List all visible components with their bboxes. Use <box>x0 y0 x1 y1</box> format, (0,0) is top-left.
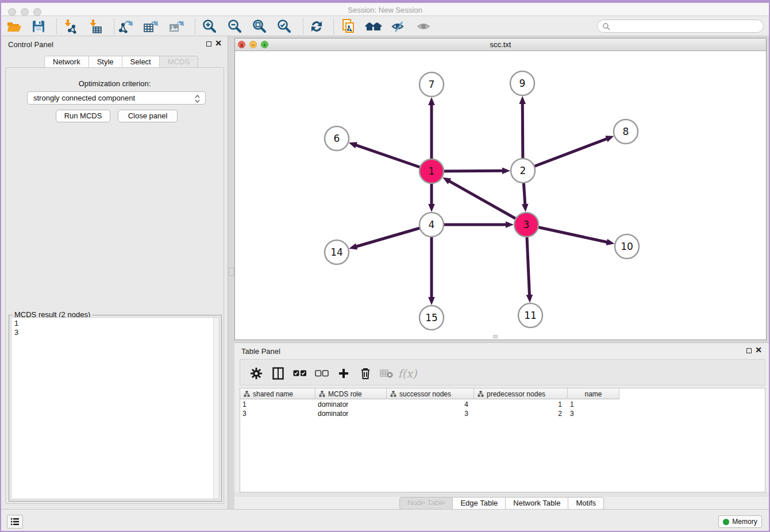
column-header-name[interactable]: name <box>568 388 619 399</box>
cell-successor-nodes: 4 <box>387 400 474 409</box>
delete-column-button[interactable] <box>357 366 374 381</box>
toolbar-separator <box>303 18 303 34</box>
close-panel-icon[interactable]: ✕ <box>755 345 762 354</box>
arrowhead-icon <box>349 243 357 249</box>
table-panel-footer-strip <box>234 492 769 497</box>
column-header-predecessor-nodes[interactable]: predecessor nodes <box>474 388 568 399</box>
cell-MCDS-role: dominator <box>315 400 387 409</box>
column-header-successor-nodes[interactable]: successor nodes <box>387 388 474 399</box>
zoom-out-button[interactable] <box>224 18 245 35</box>
tab-node-table[interactable]: Node Table <box>399 497 453 510</box>
delete-table-icon <box>380 368 394 379</box>
refresh-icon <box>309 19 324 34</box>
toolbar-separator <box>114 18 114 34</box>
toolbar-separator <box>333 18 334 34</box>
tab-network[interactable]: Network <box>44 56 89 68</box>
search-box[interactable] <box>597 20 764 33</box>
network-canvas[interactable]: 1234678910111415 <box>235 51 766 340</box>
zoom-selected-button[interactable] <box>273 18 295 35</box>
column-type-icon <box>319 391 325 397</box>
open-session-button[interactable] <box>3 18 25 35</box>
control-panel-tabs: NetworkStyleSelectMCDS <box>44 56 198 68</box>
table-panel-title: Table Panel <box>241 347 280 356</box>
edge-2-8[interactable] <box>523 138 607 171</box>
export-table-icon <box>143 19 159 34</box>
import-table-button[interactable] <box>84 18 106 35</box>
run-mcds-button[interactable]: Run MCDS <box>56 110 110 122</box>
function-builder-button-disabled: f(x) <box>399 366 416 381</box>
add-column-button[interactable] <box>335 366 352 381</box>
show-all-button[interactable] <box>363 18 384 35</box>
tab-select[interactable]: Select <box>122 56 160 68</box>
import-network-button[interactable] <box>59 18 81 35</box>
zoom-fit-button[interactable] <box>248 18 270 35</box>
home-houses-icon <box>365 20 382 33</box>
close-panel-button[interactable]: Close panel <box>118 110 178 122</box>
export-image-icon <box>168 19 184 34</box>
tab-motifs[interactable]: Motifs <box>568 497 604 510</box>
fx-icon: f(x) <box>398 367 417 380</box>
cell-successor-nodes: 3 <box>387 409 474 418</box>
tab-mcds[interactable]: MCDS <box>160 56 198 68</box>
optimization-criterion-label: Optimization criterion: <box>6 79 224 88</box>
criterion-value: strongly connected component <box>33 94 135 102</box>
mcds-result-text[interactable]: 13 <box>11 317 220 499</box>
mcds-result-scrollbar[interactable] <box>213 318 219 499</box>
app-titlebar: Session: New Session <box>1 3 769 16</box>
zoom-in-button[interactable] <box>198 18 220 35</box>
export-network-button[interactable] <box>116 18 137 35</box>
table-row[interactable]: 1dominator411 <box>240 400 765 409</box>
task-history-button[interactable] <box>7 515 23 529</box>
float-panel-icon[interactable] <box>746 348 752 353</box>
export-image-button[interactable] <box>165 18 187 35</box>
search-input[interactable] <box>610 22 763 30</box>
canvas-resize-pip[interactable] <box>493 335 498 338</box>
column-panel-button[interactable] <box>270 366 287 381</box>
zoom-in-icon <box>202 19 217 34</box>
show-hidden-button[interactable] <box>413 18 435 35</box>
export-table-button[interactable] <box>140 18 162 35</box>
memory-button[interactable]: Memory <box>718 515 762 528</box>
mcds-result-fieldset: MCDS result (2 nodes) 13 <box>9 315 222 502</box>
mcds-result-line: 3 <box>14 328 219 337</box>
table-row[interactable]: 3dominator323 <box>240 409 765 418</box>
table-body: 1dominator4113dominator323 <box>240 400 765 418</box>
node-label-8: 8 <box>623 126 629 137</box>
criterion-select[interactable]: strongly connected component <box>27 91 206 105</box>
cell-shared-name: 3 <box>240 409 315 418</box>
node-label-7: 7 <box>429 79 435 90</box>
panel-splitter-handle[interactable] <box>229 268 234 276</box>
arrowhead-icon <box>502 167 510 174</box>
control-panel-header: Control Panel ✕ <box>1 36 228 52</box>
table-panel: Table Panel ✕ <box>234 342 769 509</box>
float-panel-icon[interactable] <box>206 41 211 47</box>
refresh-styles-button[interactable] <box>306 18 328 35</box>
column-header-label: predecessor nodes <box>487 390 545 398</box>
import-network-icon <box>63 19 78 34</box>
chevron-updown-icon <box>194 94 201 107</box>
column-header-shared-name[interactable]: shared name <box>240 388 315 399</box>
clone-network-button[interactable] <box>338 18 360 35</box>
column-type-icon <box>244 391 250 397</box>
trash-icon <box>360 367 371 380</box>
close-panel-icon[interactable]: ✕ <box>215 38 222 48</box>
select-all-rows-button[interactable] <box>291 366 309 381</box>
arrowhead-icon <box>428 97 435 105</box>
table-settings-button[interactable] <box>248 366 265 381</box>
table-panel-tabs: Node TableEdge TableNetwork TableMotifs <box>234 497 769 510</box>
edge-3-1[interactable] <box>449 181 526 225</box>
memory-label: Memory <box>732 518 757 526</box>
save-session-button[interactable] <box>28 18 49 35</box>
table-toolbar: f(x) <box>240 359 765 385</box>
cell-predecessor-nodes: 1 <box>474 400 568 409</box>
tab-network-table[interactable]: Network Table <box>506 497 568 510</box>
tab-style[interactable]: Style <box>89 56 122 68</box>
cell-MCDS-role: dominator <box>315 409 387 418</box>
deselect-all-rows-button[interactable] <box>313 366 330 381</box>
tab-edge-table[interactable]: Edge Table <box>453 497 506 510</box>
unchecked-boxes-icon <box>315 370 329 377</box>
hide-selected-button[interactable] <box>388 18 410 35</box>
arrowhead-icon <box>506 221 514 228</box>
column-header-MCDS-role[interactable]: MCDS role <box>315 388 387 399</box>
node-label-15: 15 <box>425 312 438 323</box>
